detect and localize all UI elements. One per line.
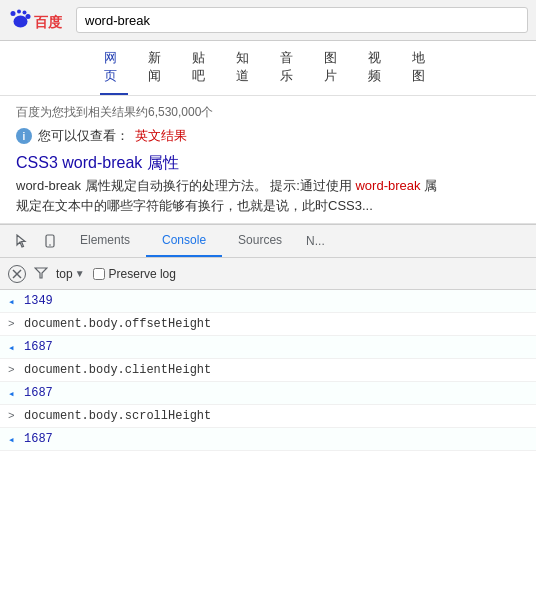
- svg-text:百度: 百度: [34, 14, 63, 30]
- result-title-link[interactable]: CSS3 word-break 属性: [16, 154, 179, 171]
- console-row: ◂ 1687: [0, 382, 536, 405]
- console-clear-button[interactable]: [8, 265, 26, 283]
- tab-sources[interactable]: Sources: [222, 225, 298, 257]
- nav-item-map[interactable]: 地图: [408, 41, 436, 95]
- console-value: 1687: [24, 432, 53, 446]
- suggest-icon: i: [16, 128, 32, 144]
- browser-address-bar: 百度 word-break: [0, 0, 536, 41]
- svg-marker-11: [35, 268, 47, 278]
- expand-icon[interactable]: ◂: [8, 295, 24, 308]
- expand-icon[interactable]: >: [8, 410, 24, 422]
- svg-marker-6: [17, 235, 25, 247]
- result-count: 百度为您找到相关结果约6,530,000个: [16, 104, 520, 121]
- svg-point-4: [14, 16, 28, 28]
- baidu-navigation: 网页 新闻 贴吧 知道 音乐 图片 视频 地图: [0, 41, 536, 96]
- chevron-down-icon: ▼: [75, 268, 85, 279]
- console-row: ◂ 1349: [0, 290, 536, 313]
- expand-icon[interactable]: ◂: [8, 387, 24, 400]
- console-row: > document.body.scrollHeight: [0, 405, 536, 428]
- search-results-area: 百度为您找到相关结果约6,530,000个 i 您可以仅查看： 英文结果 CSS…: [0, 96, 536, 224]
- nav-item-news[interactable]: 新闻: [144, 41, 172, 95]
- console-filter-icon[interactable]: [34, 266, 48, 282]
- svg-point-8: [49, 244, 51, 246]
- console-command: document.body.scrollHeight: [24, 409, 211, 423]
- expand-icon[interactable]: ◂: [8, 341, 24, 354]
- preserve-log-checkbox[interactable]: [93, 268, 105, 280]
- tab-elements[interactable]: Elements: [64, 225, 146, 257]
- snippet-text-2: 属: [421, 178, 438, 193]
- nav-item-webpage[interactable]: 网页: [100, 41, 128, 95]
- console-row: > document.body.offsetHeight: [0, 313, 536, 336]
- devtools-panel: Elements Console Sources N... top ▼ Pres…: [0, 224, 536, 616]
- preserve-log-checkbox-wrapper: Preserve log: [93, 267, 176, 281]
- nav-item-music[interactable]: 音乐: [276, 41, 304, 95]
- console-value: 1349: [24, 294, 53, 308]
- suggest-box: i 您可以仅查看： 英文结果: [16, 127, 520, 145]
- svg-point-1: [17, 10, 21, 14]
- nav-item-image[interactable]: 图片: [320, 41, 348, 95]
- console-top-label: top: [56, 267, 73, 281]
- console-command: document.body.offsetHeight: [24, 317, 211, 331]
- expand-icon[interactable]: >: [8, 364, 24, 376]
- nav-item-video[interactable]: 视频: [364, 41, 392, 95]
- expand-icon[interactable]: >: [8, 318, 24, 330]
- console-command: document.body.clientHeight: [24, 363, 211, 377]
- snippet-text-1: word-break 属性规定自动换行的处理方法。 提示:通过使用: [16, 178, 355, 193]
- tab-console[interactable]: Console: [146, 225, 222, 257]
- address-input[interactable]: word-break: [76, 7, 528, 33]
- console-value: 1687: [24, 340, 53, 354]
- suggest-prefix: 您可以仅查看：: [38, 127, 129, 145]
- console-context-select[interactable]: top ▼: [56, 267, 85, 281]
- preserve-log-label: Preserve log: [109, 267, 176, 281]
- console-row: ◂ 1687: [0, 336, 536, 359]
- baidu-logo: 百度: [8, 6, 68, 34]
- console-value: 1687: [24, 386, 53, 400]
- result-snippet: word-break 属性规定自动换行的处理方法。 提示:通过使用 word-b…: [16, 176, 520, 196]
- result-title: CSS3 word-break 属性: [16, 153, 520, 174]
- console-row: > document.body.clientHeight: [0, 359, 536, 382]
- console-output[interactable]: ◂ 1349 > document.body.offsetHeight ◂ 16…: [0, 290, 536, 616]
- nav-item-tieba[interactable]: 贴吧: [188, 41, 216, 95]
- mobile-tool-icon[interactable]: [36, 225, 64, 257]
- svg-point-2: [23, 11, 27, 15]
- snippet-text-3: 规定在文本中的哪些字符能够有换行，也就是说，此时CSS3...: [16, 198, 373, 213]
- console-row: ◂ 1687: [0, 428, 536, 451]
- svg-point-0: [11, 11, 16, 16]
- nav-item-zhidao[interactable]: 知道: [232, 41, 260, 95]
- console-toolbar: top ▼ Preserve log: [0, 258, 536, 290]
- tab-more[interactable]: N...: [298, 225, 333, 257]
- devtools-tab-bar: Elements Console Sources N...: [0, 225, 536, 258]
- cursor-tool-icon[interactable]: [8, 225, 36, 257]
- suggest-link[interactable]: 英文结果: [135, 127, 187, 145]
- result-snippet-2: 规定在文本中的哪些字符能够有换行，也就是说，此时CSS3...: [16, 196, 520, 216]
- snippet-highlight: word-break: [355, 178, 420, 193]
- expand-icon[interactable]: ◂: [8, 433, 24, 446]
